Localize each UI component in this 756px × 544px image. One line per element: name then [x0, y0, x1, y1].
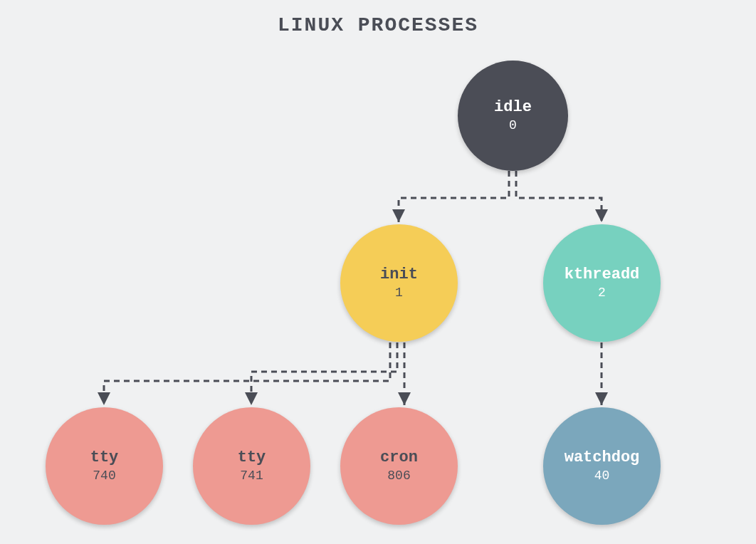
node-tty-740-pid: 740	[93, 469, 115, 484]
edge-idle-init	[399, 171, 509, 222]
edge-init-tty1	[104, 342, 390, 405]
node-kthreadd-name: kthreadd	[565, 266, 640, 284]
node-cron: cron 806	[340, 407, 458, 525]
node-kthreadd-pid: 2	[598, 286, 606, 301]
node-init: init 1	[340, 224, 458, 342]
node-tty-741-pid: 741	[240, 469, 263, 484]
node-cron-pid: 806	[387, 469, 410, 484]
edge-idle-kthreadd	[516, 171, 602, 222]
node-tty-740-name: tty	[90, 449, 119, 467]
node-idle-name: idle	[494, 98, 532, 117]
node-idle: idle 0	[458, 61, 568, 171]
edge-init-tty2	[251, 342, 397, 405]
node-tty-740: tty 740	[46, 407, 163, 525]
node-kthreadd: kthreadd 2	[543, 224, 661, 342]
node-cron-name: cron	[380, 449, 418, 467]
node-watchdog-name: watchdog	[565, 449, 640, 467]
diagram-title: LINUX PROCESSES	[0, 14, 756, 36]
node-tty-741-name: tty	[238, 449, 266, 467]
node-init-pid: 1	[395, 286, 403, 301]
node-watchdog-pid: 40	[594, 469, 610, 484]
node-watchdog: watchdog 40	[543, 407, 661, 525]
node-init-name: init	[380, 266, 418, 284]
node-idle-pid: 0	[509, 118, 517, 134]
node-tty-741: tty 741	[193, 407, 310, 525]
